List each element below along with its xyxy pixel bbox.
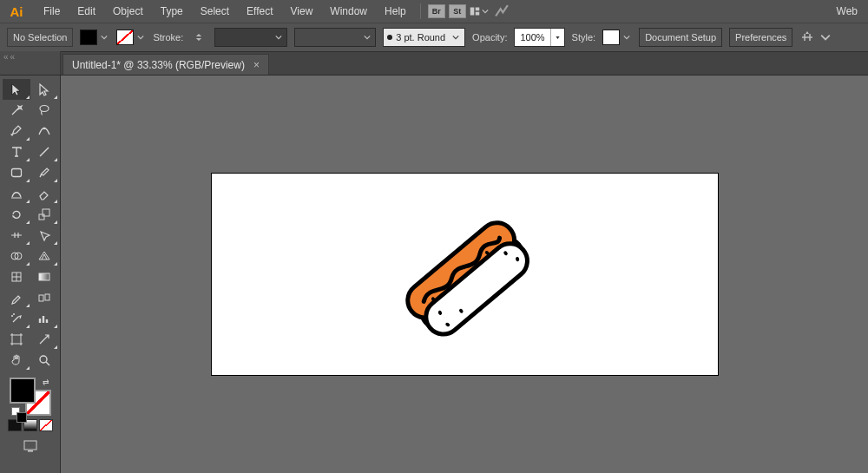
rectangle-tool[interactable]: [3, 162, 30, 183]
svg-rect-19: [28, 450, 33, 452]
svg-rect-5: [11, 169, 21, 177]
artboard-tool[interactable]: [3, 329, 30, 350]
swap-fill-stroke-icon[interactable]: ⇄: [43, 378, 49, 386]
preferences-button[interactable]: Preferences: [729, 28, 792, 47]
eraser-tool[interactable]: [30, 183, 58, 204]
arrange-documents-icon[interactable]: [470, 3, 489, 20]
menu-object[interactable]: Object: [104, 0, 152, 23]
svg-rect-16: [12, 335, 21, 344]
svg-point-4: [43, 128, 44, 129]
menu-effect[interactable]: Effect: [238, 0, 281, 23]
document-tab[interactable]: Untitled-1* @ 33.33% (RGB/Preview) ×: [62, 54, 269, 75]
svg-point-14: [11, 315, 13, 317]
stroke-weight-stepper[interactable]: [190, 30, 207, 45]
stroke-swatch-menu[interactable]: [135, 30, 146, 45]
fill-proxy[interactable]: [10, 378, 36, 404]
curvature-tool[interactable]: [30, 121, 58, 141]
color-mode-row: [0, 419, 60, 431]
tools-panel: ⇄: [0, 76, 61, 473]
paintbrush-tool[interactable]: [30, 162, 58, 183]
selection-indicator: No Selection: [7, 28, 73, 47]
svg-rect-1: [475, 8, 479, 11]
free-transform-tool[interactable]: [30, 225, 58, 246]
menu-select[interactable]: Select: [192, 0, 238, 23]
artboard[interactable]: [211, 173, 719, 376]
menu-view[interactable]: View: [282, 0, 322, 23]
stock-icon[interactable]: St: [449, 4, 466, 18]
graphic-style-swatch[interactable]: [602, 30, 620, 45]
perspective-grid-tool[interactable]: [30, 246, 58, 266]
hand-tool[interactable]: [3, 350, 30, 371]
svg-rect-0: [470, 8, 474, 16]
gpu-preview-icon[interactable]: [492, 3, 511, 20]
menu-file[interactable]: File: [35, 0, 69, 23]
opacity-field[interactable]: 100%: [514, 28, 564, 47]
style-label: Style:: [572, 32, 596, 43]
magic-wand-tool[interactable]: [3, 100, 30, 121]
lasso-tool[interactable]: [30, 100, 58, 121]
opacity-menu[interactable]: [550, 29, 564, 46]
close-tab-icon[interactable]: ×: [253, 59, 260, 71]
svg-rect-7: [43, 209, 49, 216]
document-tab-title: Untitled-1* @ 33.33% (RGB/Preview): [72, 59, 245, 71]
default-fill-stroke-icon[interactable]: [11, 407, 20, 416]
svg-rect-18: [24, 441, 36, 450]
canvas-area[interactable]: [61, 76, 868, 473]
symbol-sprayer-tool[interactable]: [3, 308, 30, 329]
graphic-style-menu[interactable]: [621, 30, 632, 45]
width-tool[interactable]: [3, 225, 30, 246]
slice-tool[interactable]: [30, 329, 58, 350]
color-mode-none[interactable]: [39, 419, 53, 431]
menu-help[interactable]: Help: [376, 0, 415, 23]
mesh-tool[interactable]: [3, 266, 30, 287]
align-to-icon[interactable]: [799, 30, 831, 45]
bridge-icon[interactable]: Br: [428, 4, 445, 18]
stroke-profile-dropdown[interactable]: [214, 28, 287, 47]
opacity-label: Opacity:: [472, 32, 507, 43]
brush-definition-dropdown[interactable]: 3 pt. Round: [383, 28, 465, 47]
menu-bar: Ai File Edit Object Type Select Effect V…: [0, 0, 868, 23]
svg-point-3: [40, 106, 49, 112]
opacity-value: 100%: [515, 32, 549, 43]
blend-tool[interactable]: [30, 287, 58, 308]
svg-rect-2: [475, 12, 479, 16]
svg-rect-13: [45, 294, 49, 300]
column-graph-tool[interactable]: [30, 308, 58, 329]
stroke-swatch[interactable]: [116, 30, 134, 45]
fill-swatch-menu[interactable]: [99, 30, 109, 45]
zoom-tool[interactable]: [30, 350, 58, 371]
menu-edit[interactable]: Edit: [69, 0, 104, 23]
pen-tool[interactable]: [3, 121, 30, 141]
rotate-tool[interactable]: [3, 204, 30, 225]
gradient-tool[interactable]: [30, 266, 58, 287]
eyedropper-tool[interactable]: [3, 287, 30, 308]
document-setup-button[interactable]: Document Setup: [639, 28, 722, 47]
variable-width-profile-dropdown[interactable]: [294, 28, 376, 47]
line-segment-tool[interactable]: [30, 141, 58, 162]
workspace-switcher[interactable]: Web: [830, 5, 865, 17]
document-tab-strip: Untitled-1* @ 33.33% (RGB/Preview) ×: [0, 52, 868, 76]
shaper-tool[interactable]: [3, 183, 30, 204]
fill-swatch[interactable]: [80, 30, 97, 45]
type-tool[interactable]: [3, 141, 30, 162]
brush-value: 3 pt. Round: [396, 32, 445, 43]
svg-rect-12: [39, 295, 43, 301]
svg-point-17: [40, 356, 47, 363]
svg-rect-11: [39, 273, 49, 280]
menu-type[interactable]: Type: [152, 0, 192, 23]
artwork-hotdog: [391, 192, 538, 357]
svg-point-15: [13, 313, 15, 315]
stroke-label: Stroke:: [153, 32, 183, 43]
menu-window[interactable]: Window: [321, 0, 376, 23]
selection-tool[interactable]: [3, 79, 30, 100]
svg-rect-6: [39, 214, 44, 220]
shape-builder-tool[interactable]: [3, 246, 30, 266]
direct-selection-tool[interactable]: [30, 79, 58, 100]
scale-tool[interactable]: [30, 204, 58, 225]
app-logo: Ai: [7, 3, 26, 20]
control-bar: No Selection Stroke: 3 pt. Round Opacity…: [0, 23, 868, 52]
fill-stroke-proxy[interactable]: ⇄: [10, 378, 51, 416]
screen-mode-button[interactable]: [16, 437, 44, 456]
